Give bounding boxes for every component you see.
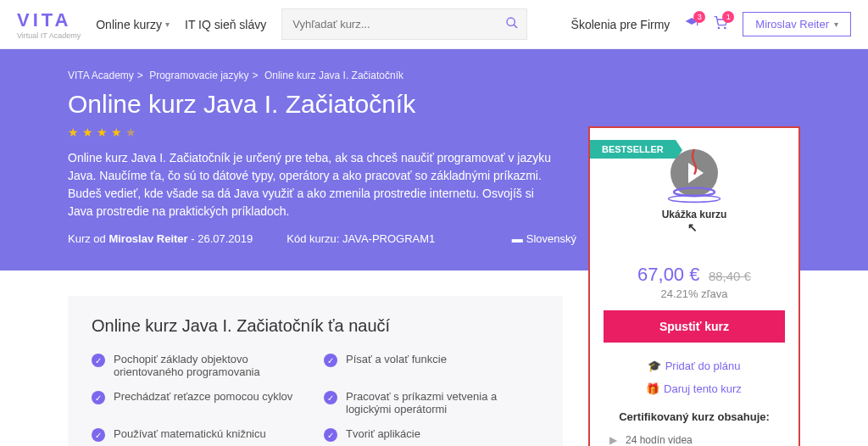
add-to-plan-link[interactable]: 🎓 Pridať do plánu: [590, 354, 798, 377]
nav-online-courses[interactable]: Online kurzy ▾: [96, 18, 170, 31]
nav-label: Online kurzy: [96, 18, 162, 31]
check-icon: ✓: [324, 428, 337, 442]
preview-label: Ukážka kurzu ↖: [662, 209, 727, 234]
search-icon[interactable]: [505, 16, 519, 33]
check-icon: ✓: [324, 391, 337, 404]
check-icon: ✓: [92, 428, 105, 442]
cert-item: ▶ 24 hodín videa: [590, 432, 798, 446]
learn-item: ✓Pochopiť základy objektovo orientovanéh…: [92, 353, 307, 378]
svg-point-3: [725, 27, 726, 28]
author-info: Kurz od Miroslav Reiter - 26.07.2019: [68, 232, 253, 245]
learn-item: ✓Prechádzať reťazce pomocou cyklov: [92, 390, 307, 415]
learn-text: Používať matematickú knižnicu: [114, 427, 266, 440]
content: Online kurz Java I. Začiatočník ťa naučí…: [0, 270, 868, 446]
meta-row: Kurz od Miroslav Reiter - 26.07.2019 Kód…: [68, 232, 576, 245]
language-badge: ▬ Slovenský: [512, 232, 576, 245]
check-icon: ✓: [92, 391, 105, 404]
learn-text: Tvoriť aplikácie: [346, 427, 420, 440]
learn-text: Písať a volať funkcie: [346, 353, 447, 365]
crumb-link[interactable]: VITA Academy: [68, 70, 134, 81]
user-name: Miroslav Reiter: [755, 18, 829, 31]
svg-point-0: [507, 18, 515, 25]
java-logo-icon: [660, 139, 728, 207]
discount: 24.21% zľava: [590, 287, 798, 300]
graduation-icon: 🎓: [648, 360, 660, 372]
crumb-link[interactable]: Online kurz Java I. Začiatočník: [264, 70, 403, 81]
search-box: [281, 8, 527, 40]
user-menu[interactable]: Miroslav Reiter ▾: [743, 12, 851, 36]
learn-text: Pracovať s príkazmi vetvenia a logickými…: [346, 390, 539, 415]
course-description: Online kurz Java I. Začiatočník je určen…: [68, 149, 559, 220]
play-icon: [670, 149, 718, 197]
cursor-icon: ↖: [687, 220, 727, 234]
video-icon: ▶: [607, 434, 619, 446]
start-course-button[interactable]: Spustiť kurz: [604, 310, 785, 343]
graduation-icon[interactable]: 3: [685, 16, 698, 33]
course-sidebar: BESTSELLER Ukážka kurzu ↖ 67,00 € 88,40 …: [588, 126, 800, 446]
price-row: 67,00 € 88,40 €: [590, 255, 798, 287]
course-code: Kód kurzu: JAVA-PROGRAM1: [287, 232, 435, 245]
cert-title: Certifikovaný kurz obsahuje:: [590, 410, 798, 423]
breadcrumb: VITA Academy> Programovacie jazyky> Onli…: [68, 70, 800, 81]
learn-item: ✓Písať a volať funkcie: [324, 353, 539, 378]
header-right: Školenia pre Firmy 3 1 Miroslav Reiter ▾: [571, 12, 851, 36]
chevron-down-icon: ▾: [165, 20, 170, 29]
learn-item: ✓Pracovať s príkazmi vetvenia a logickým…: [324, 390, 539, 415]
nav-hall-of-fame[interactable]: IT IQ sieň slávy: [185, 18, 266, 31]
old-price: 88,40 €: [709, 269, 751, 283]
comment-icon: ▬: [512, 232, 523, 245]
price: 67,00 €: [637, 264, 699, 285]
chevron-down-icon: ▾: [834, 20, 838, 29]
learn-title: Online kurz Java I. Začiatočník ťa naučí: [92, 316, 539, 336]
logo-text: VITA: [17, 9, 81, 31]
svg-line-1: [514, 25, 517, 28]
learn-item: ✓Používať matematickú knižnicu: [92, 427, 307, 442]
crumb-link[interactable]: Programovacie jazyky: [149, 70, 248, 81]
check-icon: ✓: [324, 354, 337, 367]
cart-icon[interactable]: 1: [714, 16, 727, 33]
learn-text: Pochopiť základy objektovo orientovaného…: [114, 353, 307, 378]
page-title: Online kurz Java I. Začiatočník: [68, 90, 800, 119]
header: VITA Virtual IT Academy Online kurzy ▾ I…: [0, 0, 868, 49]
logo-subtitle: Virtual IT Academy: [17, 31, 81, 40]
check-icon: ✓: [92, 354, 105, 367]
learn-panel: Online kurz Java I. Začiatočník ťa naučí…: [68, 296, 563, 446]
search-input[interactable]: [281, 8, 527, 40]
gift-icon: 🎁: [647, 382, 659, 395]
nav-companies[interactable]: Školenia pre Firmy: [571, 18, 670, 31]
badge-count: 1: [722, 11, 734, 23]
learn-text: Prechádzať reťazce pomocou cyklov: [114, 390, 292, 403]
gift-course-link[interactable]: 🎁 Daruj tento kurz: [590, 377, 798, 400]
svg-point-2: [719, 27, 720, 28]
badge-count: 3: [693, 11, 705, 23]
learn-item: ✓Tvoriť aplikácie: [324, 427, 539, 442]
logo[interactable]: VITA Virtual IT Academy: [17, 9, 81, 40]
